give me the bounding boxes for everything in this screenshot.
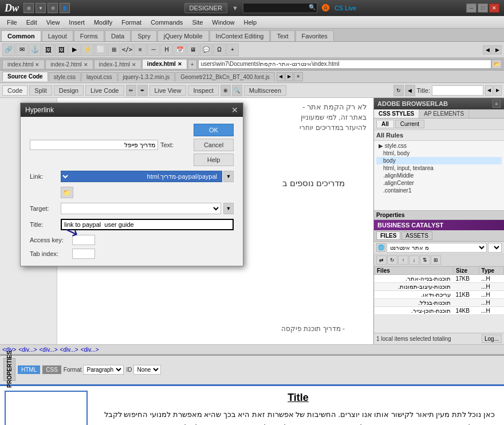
format-select[interactable]: Paragraph (83, 365, 124, 375)
file-tool-refresh[interactable]: ↻ (387, 255, 397, 265)
file-tool-download[interactable]: ↓ (409, 255, 419, 265)
hyperlink-icon[interactable]: 🔗 (2, 44, 15, 56)
file-tool-connect[interactable]: ⇄ (376, 255, 387, 265)
inspect-tool2[interactable]: 🔍 (232, 85, 242, 96)
back-icon[interactable]: ◀ (405, 85, 415, 96)
designer-button[interactable]: DESIGNER (184, 3, 227, 13)
table-icon[interactable]: ⊞ (108, 44, 120, 56)
title-prev-icon[interactable]: ◀ (485, 85, 493, 96)
tab-layout[interactable]: Layout (42, 30, 73, 41)
css-rule-htmlbody[interactable]: html, body (376, 149, 502, 157)
comment-icon[interactable]: 💬 (200, 44, 212, 56)
tag-div3[interactable]: <div...> (40, 347, 58, 353)
split-button[interactable]: Split (29, 85, 52, 96)
tab-forms[interactable]: Forms (74, 30, 104, 41)
server-icon[interactable]: 🖥 (187, 44, 199, 56)
file-tab-new[interactable]: + (188, 60, 197, 69)
tag-div5[interactable]: <div...> (81, 347, 99, 353)
dialog-link-select[interactable]: paypal/paypal-מדריך.html (61, 171, 222, 182)
menu-edit[interactable]: Edit (22, 18, 42, 27)
html-button[interactable]: HTML (18, 365, 40, 374)
image-icon[interactable]: 🖼 (42, 44, 54, 56)
dialog-cancel-button[interactable]: Cancel (194, 139, 234, 151)
path-icon[interactable]: 📂 (491, 60, 502, 69)
menu-commands[interactable]: Commands (146, 18, 187, 27)
file-row-0[interactable]: תוכנות-בנייה-אתר. 17KB ...H (375, 274, 504, 282)
target-dropdown-icon[interactable]: ▼ (223, 203, 234, 214)
ap-elements-tab[interactable]: AP ELEMENTS (419, 109, 469, 118)
file-row-4[interactable]: תוכנת-תוכן-צייר. 14KB ...H (375, 306, 504, 314)
title-next-icon[interactable]: ▶ (494, 85, 502, 96)
email-icon[interactable]: ✉ (15, 44, 28, 56)
file-tab-active[interactable]: index.html ✕ (142, 59, 187, 69)
file-tab-index2[interactable]: index-2.html ✕ (45, 60, 93, 69)
menu-view[interactable]: View (42, 18, 65, 27)
menu-site[interactable]: Site (187, 18, 207, 27)
tool1[interactable]: ⊞ (23, 3, 34, 13)
tab-jquery[interactable]: jQuery Mobile (158, 30, 209, 41)
source-tab-active[interactable]: Source Code (2, 72, 48, 81)
site-select[interactable]: מ אתר אינטרנט (387, 243, 487, 253)
multiscreen-button[interactable]: Multiscreen (244, 85, 286, 96)
edit-icon1[interactable]: ✏ (126, 85, 136, 96)
minimize-button[interactable]: ─ (466, 3, 477, 13)
media-icon[interactable]: ▶ (68, 44, 81, 56)
menu-file[interactable]: File (2, 18, 22, 27)
all-tab[interactable]: All (376, 120, 394, 128)
dialog-tabindex-input[interactable] (72, 249, 95, 259)
source-next-icon[interactable]: ▶ (285, 72, 293, 81)
title-input[interactable] (432, 85, 483, 96)
dialog-target-select[interactable] (61, 203, 221, 214)
div-icon[interactable]: </> (121, 44, 133, 56)
css-button[interactable]: CSS (42, 365, 61, 374)
dialog-text-input[interactable] (30, 140, 158, 150)
source-menu-icon[interactable]: ≡ (294, 72, 303, 81)
tab-data[interactable]: Data (105, 30, 131, 41)
file-row-1[interactable]: תוכנות-עיצוב-תמונות. ...H (375, 282, 504, 290)
file-tab-index1[interactable]: index.html ✕ (2, 60, 45, 69)
designer-dropdown[interactable]: ▼ (232, 5, 238, 11)
code-button[interactable]: Code (2, 85, 27, 96)
file-tab-index1b[interactable]: index-1.html ✕ (94, 60, 141, 69)
css-styles-tab[interactable]: CSS STYLES (374, 109, 419, 118)
search-input[interactable] (243, 3, 317, 13)
tab-favorites[interactable]: Favorites (296, 30, 334, 41)
inspect-button[interactable]: Inspect (188, 85, 218, 96)
file-tool-upload[interactable]: ↑ (398, 255, 408, 265)
tag-div4[interactable]: <div...> (60, 347, 78, 353)
ul-icon[interactable]: ≡ (134, 44, 147, 56)
current-tab[interactable]: Current (395, 120, 424, 128)
source-prev-icon[interactable]: ◀ (277, 72, 285, 81)
file-row-2[interactable]: עריכת-וידאו. 11KB ...H (375, 290, 504, 298)
log-button[interactable]: Log... (482, 335, 502, 343)
edit-icon2[interactable]: ✒ (137, 85, 148, 96)
css-rule-stylecss[interactable]: ▶ style.css (376, 142, 502, 149)
css-rule-htmlinput[interactable]: html, input, textarea (376, 164, 502, 172)
panel-expand-icon[interactable]: ≡ (493, 100, 501, 108)
source-tab-geometr[interactable]: Geometr212_BkCn_BT_400.font.js (175, 72, 275, 81)
source-tab-jquery[interactable]: jquery-1.3.2.min.js (118, 72, 175, 81)
tab-common[interactable]: Common (1, 30, 41, 41)
cs-live-label[interactable]: CS Live (334, 5, 357, 11)
design-button[interactable]: Design (54, 85, 84, 96)
source-tab-layout[interactable]: layout.css (81, 72, 117, 81)
refresh-icon[interactable]: ↻ (393, 85, 404, 96)
menu-modify[interactable]: Modify (89, 18, 117, 27)
arrow-right-icon[interactable]: ▶ (493, 45, 502, 54)
date-icon[interactable]: 📅 (174, 44, 186, 56)
arrow-left-icon[interactable]: ◀ (483, 45, 492, 54)
dialog-ok-button[interactable]: OK (194, 124, 234, 136)
menu-format[interactable]: Format (117, 18, 146, 27)
tool4[interactable]: 👤 (60, 3, 70, 13)
local-view-dropdown[interactable]: Local view (488, 243, 502, 253)
inspect-tool1[interactable]: ⊕ (220, 85, 231, 96)
tool3[interactable]: ⚙ (48, 3, 58, 13)
local-view-select[interactable]: Local view (488, 243, 502, 253)
head-icon[interactable]: H (160, 44, 173, 56)
flash-icon[interactable]: ⚡ (81, 44, 94, 56)
folder-icon[interactable]: 📁 (61, 187, 73, 198)
live-code-button[interactable]: Live Code (85, 85, 124, 96)
tag-div2[interactable]: <div...> (18, 347, 37, 353)
tab-incontext[interactable]: InContext Editing (210, 30, 270, 41)
live-view-button[interactable]: Live View (149, 85, 187, 96)
